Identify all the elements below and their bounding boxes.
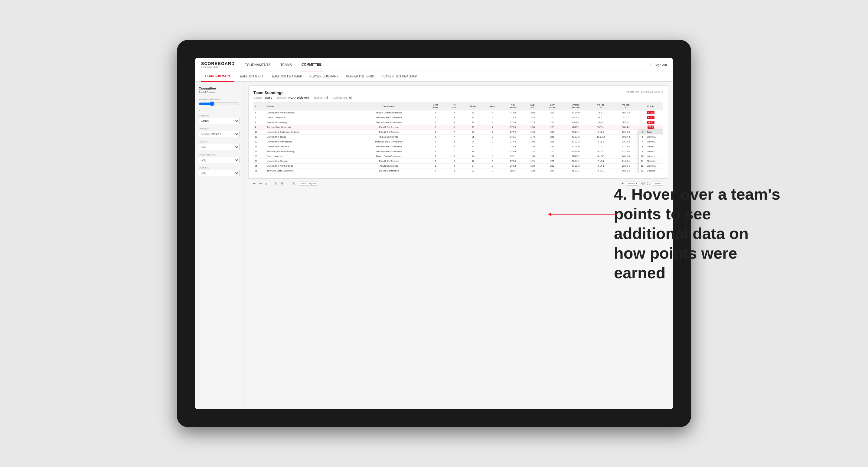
- settings-icon[interactable]: ⚙: [281, 182, 284, 185]
- redo-icon[interactable]: ↪: [259, 182, 261, 185]
- annotation-arrow: [551, 214, 617, 214]
- gender-select[interactable]: Men's Women's: [199, 118, 240, 124]
- filter-region-label: Region:: [314, 96, 323, 99]
- th-rank: #: [253, 102, 266, 111]
- sign-out-area: | Sign out: [650, 62, 667, 67]
- view-original-label: View: Original: [301, 182, 316, 185]
- points-popup: # Team Event Event Division Event Type R…: [639, 129, 663, 173]
- table-row: 25 University of North Florida ASUN Conf…: [253, 164, 663, 168]
- th-school: School: [266, 102, 352, 111]
- gender-label: Gender: [199, 114, 240, 117]
- filter-gender-label: Gender:: [253, 96, 264, 99]
- filter-gender-value: Men's: [265, 96, 272, 99]
- subnav-team-h2h-grid[interactable]: TEAM H2H GRID: [235, 71, 267, 82]
- subnav-team-h2h-heatmap[interactable]: TEAM H2H HEATMAP: [267, 71, 306, 82]
- popup-row: 11 Florida I... The Cypress Point Classi…: [639, 159, 663, 164]
- points-cell-highlighted: 79.5: [648, 126, 654, 129]
- sub-nav: TEAM SUMMARY TEAM H2H GRID TEAM H2H HEAT…: [195, 71, 673, 82]
- filter-conference-value: All: [349, 96, 352, 99]
- filter-conference-label: Conference:: [333, 96, 347, 99]
- view-original-button[interactable]: View: Original: [299, 181, 318, 186]
- table-row: 21 University of Alabama Southeastern Co…: [253, 144, 663, 149]
- logo-area: SCOREBOARD Powered by clippd: [201, 61, 235, 68]
- report-top: Team Standings Gender: Men's Division: N…: [253, 90, 663, 99]
- copy-icon[interactable]: ⧉: [275, 182, 277, 185]
- table-row: 23 Duke University Atlantic Coast Confer…: [253, 154, 663, 159]
- th-wins: Wins: [483, 102, 502, 111]
- table-row: 2 Auburn University Southeastern Confere…: [253, 115, 663, 120]
- popup-row: 9 Univers... National Invitational Tourn…: [639, 149, 663, 154]
- th-overall-record: OverallRecord: [563, 102, 588, 111]
- report-title: Team Standings: [253, 90, 352, 95]
- popup-row: 10 Univers... Copper Cup NCAA Division I…: [639, 154, 663, 159]
- table-row: 18 University of California, Berkeley Pa…: [253, 130, 663, 134]
- filter-region: Region: All: [314, 96, 328, 99]
- min-rounds-slider[interactable]: [199, 101, 240, 106]
- nav-teams[interactable]: TEAMS: [279, 58, 293, 71]
- popup-row: 13 Georgia Ben Hogan Collegiate Invitati…: [639, 168, 663, 173]
- undo-icon[interactable]: ↩: [253, 182, 255, 185]
- th-low-score: LowScore: [542, 102, 563, 111]
- subnav-player-h2h-heatmap[interactable]: PLAYER H2H HEATMAP: [378, 71, 421, 82]
- conference-select[interactable]: (All): [199, 157, 240, 163]
- region-select[interactable]: N/A: [199, 144, 240, 150]
- filter-region-value: All: [324, 96, 328, 99]
- annotation-wrapper: 4. Hover over a team's points to see add…: [614, 185, 868, 283]
- filter-division-label: Division:: [277, 96, 287, 99]
- school-label: School: [199, 166, 240, 169]
- annotation-text: 4. Hover over a team's points to see add…: [614, 185, 783, 283]
- min-rounds-value: 3: [199, 109, 240, 112]
- sidebar-subheader: Portal Review: [199, 91, 240, 94]
- standings-table-wrapper: # School Conference ConfRank NoTour Bnds…: [253, 102, 663, 173]
- table-row: 20 University of New Mexico Mountain Wes…: [253, 139, 663, 144]
- table-row: 1 University of North Carolina Atlantic …: [253, 111, 663, 115]
- app-title: SCOREBOARD: [201, 61, 235, 66]
- subnav-team-summary[interactable]: TEAM SUMMARY: [201, 71, 235, 82]
- nav-tournaments[interactable]: TOURNAMENTS: [244, 58, 272, 71]
- filter-gender: Gender: Men's: [253, 96, 272, 99]
- clock-icon[interactable]: 🕐: [291, 182, 295, 185]
- app-subtitle: Powered by clippd: [201, 66, 235, 68]
- popup-row: 14 East Ter... OFCC Fighting Illini Invi…: [639, 173, 663, 174]
- nav-committee[interactable]: COMMITTEE: [300, 58, 323, 71]
- filter-division-value: NCAA Division I: [288, 96, 309, 99]
- table-row: 3 Vanderbilt University Southeastern Con…: [253, 120, 663, 125]
- standings-table: # School Conference ConfRank NoTour Bnds…: [253, 102, 663, 173]
- division-select[interactable]: NCAA Division I: [199, 131, 240, 137]
- report-filters: Gender: Men's Division: NCAA Division I …: [253, 96, 352, 99]
- division-label: Division: [199, 127, 240, 130]
- min-rounds-label: Minimum Rounds: [199, 98, 240, 101]
- home-icon[interactable]: ⌂: [265, 182, 267, 185]
- update-time: Update time: 13/03/2024 10:03:42: [626, 90, 663, 93]
- school-select[interactable]: (All): [199, 170, 240, 176]
- th-conference: Conference: [352, 102, 426, 111]
- sidebar: Committee Portal Review Minimum Rounds 3…: [195, 82, 244, 409]
- th-vs25: Vs Top25: [588, 102, 613, 111]
- th-vs50: Vs Top50: [613, 102, 639, 111]
- region-label: Region: [199, 141, 240, 143]
- annotation-area: 4. Hover over a team's points to see add…: [571, 185, 868, 283]
- top-nav: SCOREBOARD Powered by clippd TOURNAMENTS…: [195, 58, 673, 71]
- sidebar-header: Committee: [199, 87, 240, 90]
- subnav-player-h2h-grid[interactable]: PLAYER H2H GRID: [342, 71, 378, 82]
- main-nav: TOURNAMENTS TEAMS COMMITTEE: [244, 58, 650, 71]
- th-conf-rank: ConfRank: [426, 102, 445, 111]
- popup-row: 8 Univers... Amer An Intercollegiate NCA…: [639, 144, 663, 149]
- filter-conference: Conference: All: [333, 96, 352, 99]
- popup-table: # Team Event Event Division Event Type R…: [639, 130, 663, 173]
- table-row: 22 Mississippi State University Southeas…: [253, 149, 663, 154]
- sign-out-button[interactable]: Sign out: [655, 63, 667, 67]
- report-title-section: Team Standings Gender: Men's Division: N…: [253, 90, 352, 99]
- subnav-player-summary[interactable]: PLAYER SUMMARY: [306, 71, 342, 82]
- popup-row: 7 Univers... Southern Highlands Collegia…: [639, 139, 663, 144]
- table-row: 26 The Ohio State University Big Ten Con…: [253, 168, 663, 173]
- th-no-tour: NoTour: [445, 102, 463, 111]
- table-row: 24 University of Oregon Pac-12 Conferenc…: [253, 159, 663, 164]
- popup-row: 6 Univers... Celtic Collegiate NCAA Divi…: [639, 134, 663, 139]
- popup-row: 12 Univers... Williams Cup NCAA Division…: [639, 164, 663, 168]
- table-row-highlighted: 4 Arizona State University Pac-12 Confer…: [253, 125, 663, 130]
- th-adj-score: Adj.Score: [502, 102, 524, 111]
- th-points: Points: [639, 102, 663, 111]
- table-row: 19 University of Texas Big 12 Conference…: [253, 134, 663, 139]
- th-avg-sg: Avg.SG: [524, 102, 542, 111]
